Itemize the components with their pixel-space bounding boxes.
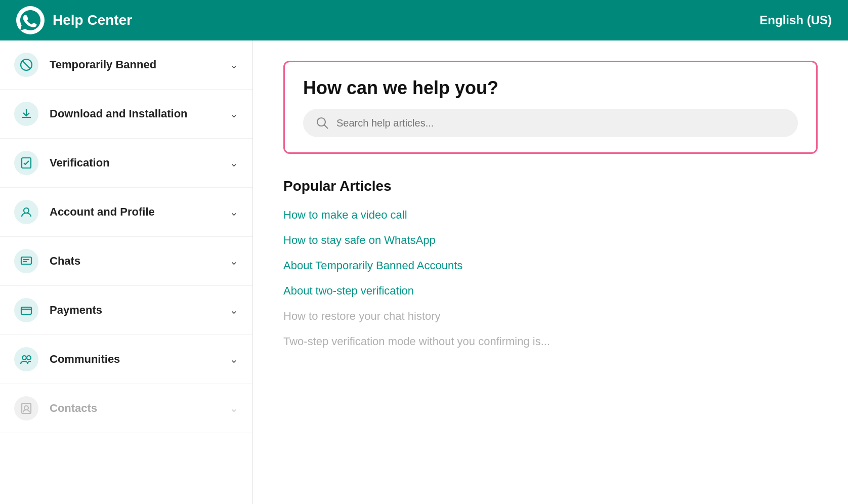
article-link-two-step[interactable]: About two-step verification [283,284,818,298]
sidebar-item-verification[interactable]: Verification ⌄ [0,139,252,188]
chevron-down-icon: ⌄ [230,59,238,71]
article-link-two-step-2[interactable]: Two-step verification mode without you c… [283,335,818,348]
main-layout: Temporarily Banned ⌄ Download and Instal… [0,40,848,504]
whatsapp-logo-icon [16,6,45,34]
payments-icon-wrap [14,298,38,322]
svg-rect-5 [21,257,31,264]
chevron-down-icon: ⌄ [230,108,238,120]
sidebar-item-label: Account and Profile [50,205,155,220]
communities-icon-wrap [14,347,38,371]
sidebar-item-chats[interactable]: Chats ⌄ [0,237,252,286]
svg-line-15 [324,125,328,129]
header-left: Help Center [16,6,132,34]
chats-icon [20,255,33,268]
language-selector[interactable]: English (US) [759,13,832,27]
sidebar-item-temporarily-banned[interactable]: Temporarily Banned ⌄ [0,40,252,90]
sidebar-item-contacts[interactable]: Contacts ⌄ [0,384,252,433]
verification-icon-wrap [14,151,38,175]
search-icon [315,116,329,130]
header: Help Center English (US) [0,0,848,40]
search-heading: How can we help you? [303,77,798,99]
popular-articles-heading: Popular Articles [283,178,818,194]
sidebar-item-label: Verification [50,156,110,171]
svg-point-14 [317,118,325,126]
chevron-down-icon: ⌄ [230,206,238,218]
account-icon-wrap [14,200,38,224]
article-link-temp-banned[interactable]: About Temporarily Banned Accounts [283,259,818,272]
chats-icon-wrap [14,249,38,273]
svg-point-4 [24,208,29,213]
account-icon [20,205,33,219]
chevron-down-icon: ⌄ [230,255,238,267]
ban-icon-wrap [14,53,38,77]
chevron-down-icon: ⌄ [230,353,238,365]
contacts-icon-wrap [14,396,38,421]
search-bar[interactable] [303,109,798,137]
sidebar-item-label: Chats [50,254,80,269]
sidebar-item-download-installation[interactable]: Download and Installation ⌄ [0,90,252,139]
article-link-restore-chat[interactable]: How to restore your chat history [283,310,818,323]
chevron-down-icon: ⌄ [230,304,238,316]
svg-point-13 [24,406,28,410]
communities-icon [20,353,33,366]
search-input[interactable] [336,117,786,129]
sidebar-item-communities[interactable]: Communities ⌄ [0,335,252,384]
contacts-icon [20,402,33,415]
svg-rect-8 [21,307,31,314]
svg-point-11 [27,356,31,360]
header-title: Help Center [53,12,132,28]
article-link-video-call[interactable]: How to make a video call [283,208,818,222]
svg-point-10 [22,356,26,360]
search-section: How can we help you? [283,61,818,154]
svg-line-2 [22,61,30,69]
ban-icon [20,58,33,71]
chevron-down-icon: ⌄ [230,157,238,169]
download-icon-wrap [14,102,38,126]
sidebar-item-label: Contacts [50,401,97,416]
sidebar-item-label: Download and Installation [50,107,188,121]
chevron-down-icon: ⌄ [230,402,238,414]
payments-icon [20,304,33,317]
sidebar-item-label: Temporarily Banned [50,58,156,72]
sidebar-item-payments[interactable]: Payments ⌄ [0,286,252,335]
verification-icon [20,156,33,170]
sidebar: Temporarily Banned ⌄ Download and Instal… [0,40,253,504]
main-content: How can we help you? Popular Articles Ho… [253,40,848,504]
article-link-stay-safe[interactable]: How to stay safe on WhatsApp [283,234,818,247]
sidebar-item-label: Payments [50,303,102,318]
sidebar-item-label: Communities [50,352,120,367]
popular-articles-section: Popular Articles How to make a video cal… [283,178,818,348]
sidebar-item-account-profile[interactable]: Account and Profile ⌄ [0,188,252,237]
download-icon [20,107,33,120]
